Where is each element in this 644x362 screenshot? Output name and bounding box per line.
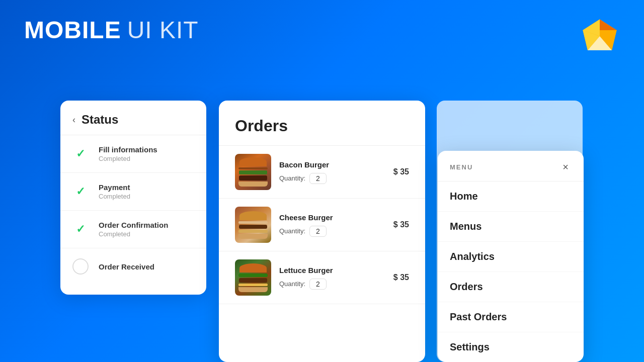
menu-item-menus[interactable]: Menus bbox=[438, 212, 584, 242]
order-name-cheese: Cheese Burger bbox=[279, 213, 376, 222]
status-sublabel-confirmation: Completed bbox=[99, 230, 168, 238]
status-text-fill: Fill informations Completed bbox=[99, 145, 157, 162]
sketch-icon bbox=[580, 16, 620, 56]
order-img-cheese bbox=[235, 207, 271, 243]
status-header: ‹ Status bbox=[60, 101, 206, 135]
status-label-confirmation: Order Confirmation bbox=[99, 221, 168, 229]
status-text-received: Order Received bbox=[99, 262, 154, 271]
order-qty-row-bacon: Quantity: 2 bbox=[279, 173, 376, 184]
order-name-lettuce: Lettuce Burger bbox=[279, 266, 376, 275]
status-label-payment: Payment bbox=[99, 183, 130, 192]
check-icon-payment: ✓ bbox=[72, 184, 89, 200]
menu-item-home[interactable]: Home bbox=[438, 182, 584, 212]
header: MOBILE UI KIT bbox=[0, 0, 644, 56]
status-item-payment: ✓ Payment Completed bbox=[60, 173, 206, 211]
status-sublabel-payment: Completed bbox=[99, 193, 130, 200]
menu-item-settings[interactable]: Settings bbox=[438, 332, 584, 362]
menu-label: MENU bbox=[450, 163, 473, 171]
order-qty-row-lettuce: Quantity: 2 bbox=[279, 279, 376, 290]
order-qty-value-cheese: 2 bbox=[309, 226, 327, 237]
order-item-lettuce: Lettuce Burger Quantity: 2 $ 35 bbox=[219, 251, 425, 304]
back-arrow[interactable]: ‹ bbox=[72, 115, 75, 125]
title-mobile: MOBILE bbox=[24, 16, 121, 44]
order-info-cheese: Cheese Burger Quantity: 2 bbox=[279, 213, 376, 237]
orders-card: Orders Bacon Burger Quantity: 2 $ 35 bbox=[219, 101, 425, 362]
order-name-bacon: Bacon Burger bbox=[279, 160, 376, 169]
order-price-bacon: $ 35 bbox=[384, 167, 409, 176]
title-block: MOBILE UI KIT bbox=[24, 16, 199, 44]
order-qty-label-cheese: Quantity: bbox=[279, 227, 305, 235]
status-label-received: Order Received bbox=[99, 262, 154, 271]
menu-card: MENU × Home Menus Analytics Orders Past … bbox=[438, 151, 584, 362]
menu-item-analytics[interactable]: Analytics bbox=[438, 242, 584, 272]
order-qty-label-bacon: Quantity: bbox=[279, 174, 305, 182]
order-qty-row-cheese: Quantity: 2 bbox=[279, 226, 376, 237]
check-icon-fill: ✓ bbox=[72, 146, 89, 162]
menu-header: MENU × bbox=[438, 151, 584, 182]
status-item-received: Order Received bbox=[60, 248, 206, 285]
order-qty-label-lettuce: Quantity: bbox=[279, 280, 305, 288]
order-img-lettuce bbox=[235, 259, 271, 296]
status-card: ‹ Status ✓ Fill informations Completed ✓… bbox=[60, 101, 206, 295]
order-qty-value-lettuce: 2 bbox=[309, 279, 327, 290]
order-info-bacon: Bacon Burger Quantity: 2 bbox=[279, 160, 376, 184]
status-item-fill: ✓ Fill informations Completed bbox=[60, 135, 206, 173]
title-ui-kit: UI KIT bbox=[127, 16, 199, 44]
menu-item-orders[interactable]: Orders bbox=[438, 272, 584, 302]
status-label-fill: Fill informations bbox=[99, 145, 157, 154]
order-price-lettuce: $ 35 bbox=[384, 273, 409, 282]
order-info-lettuce: Lettuce Burger Quantity: 2 bbox=[279, 266, 376, 290]
order-img-bacon bbox=[235, 154, 271, 190]
close-button[interactable]: × bbox=[559, 161, 572, 173]
status-text-payment: Payment Completed bbox=[99, 183, 130, 200]
menu-item-past-orders[interactable]: Past Orders bbox=[438, 302, 584, 332]
check-icon-confirmation: ✓ bbox=[72, 221, 89, 237]
status-item-confirmation: ✓ Order Confirmation Completed bbox=[60, 211, 206, 248]
order-qty-value-bacon: 2 bbox=[309, 173, 327, 184]
order-item-bacon: Bacon Burger Quantity: 2 $ 35 bbox=[219, 146, 425, 199]
order-price-cheese: $ 35 bbox=[384, 220, 409, 229]
status-title: Status bbox=[82, 113, 118, 127]
status-text-confirmation: Order Confirmation Completed bbox=[99, 221, 168, 238]
check-icon-received bbox=[72, 258, 89, 275]
orders-title: Orders bbox=[219, 117, 425, 145]
status-sublabel-fill: Completed bbox=[99, 155, 157, 162]
order-item-cheese: Cheese Burger Quantity: 2 $ 35 bbox=[219, 199, 425, 251]
